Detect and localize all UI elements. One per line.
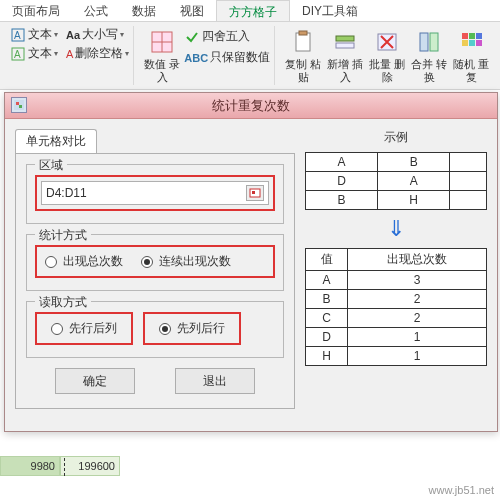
text-icon: A [10, 46, 26, 62]
example-input-table: AB DA BH [305, 152, 487, 210]
svg-rect-13 [430, 33, 438, 51]
sheet-row: 9980 199600 [0, 456, 120, 478]
svg-text:A: A [14, 49, 21, 60]
check-icon [184, 29, 200, 45]
ok-button[interactable]: 确定 [55, 368, 135, 394]
example-title: 示例 [305, 129, 487, 146]
method-legend: 统计方式 [35, 227, 91, 244]
svg-text:A: A [14, 30, 21, 41]
color-grid-icon [457, 28, 485, 56]
read-fieldset: 读取方式 先行后列 先列后行 [26, 301, 284, 358]
radio-total-occurrences[interactable]: 出现总次数 [45, 253, 123, 270]
range-value: D4:D11 [46, 186, 87, 200]
text-btn-1[interactable]: A 文本▾ Aa 大小写▾ [10, 26, 129, 43]
svg-rect-24 [252, 191, 255, 194]
count-duplicates-dialog: 统计重复次数 单元格对比 区域 D4:D11 统计方式 出 [4, 92, 498, 432]
svg-rect-19 [476, 40, 482, 46]
ribbon-body: A 文本▾ Aa 大小写▾ A 文本▾ A 删除空格▾ 数值 录入 四舍五入 A… [0, 22, 500, 90]
delete-icon [373, 28, 401, 56]
ribbon-group-text: A 文本▾ Aa 大小写▾ A 文本▾ A 删除空格▾ [6, 26, 134, 85]
svg-rect-22 [19, 105, 22, 108]
radio-row-first[interactable]: 先行后列 [51, 320, 117, 337]
chevron-down-icon: ▾ [54, 49, 58, 58]
dialog-title: 统计重复次数 [212, 97, 290, 115]
add-insert-btn[interactable]: 新增 插入 [325, 26, 365, 85]
arrow-down-icon: ⇓ [305, 216, 487, 242]
svg-rect-10 [336, 43, 354, 48]
text-btn-2[interactable]: A 文本▾ A 删除空格▾ [10, 45, 129, 62]
ribbon-tab-diy[interactable]: DIY工具箱 [290, 0, 370, 21]
random-btn[interactable]: 随机 重复 [451, 26, 491, 85]
ribbon-tab-formula[interactable]: 公式 [72, 0, 120, 21]
text-icon: A [10, 27, 26, 43]
svg-rect-12 [420, 33, 428, 51]
range-picker-icon[interactable] [246, 185, 264, 201]
round-btn[interactable]: 四舍五入 [184, 28, 270, 45]
svg-rect-8 [299, 31, 307, 35]
svg-rect-18 [469, 40, 475, 46]
selection-marquee [64, 458, 66, 476]
merge-btn[interactable]: 合并 转换 [409, 26, 449, 85]
svg-rect-17 [462, 40, 468, 46]
example-output-table: 值出现总次数 A3 B2 C2 D1 H1 [305, 248, 487, 366]
copy-paste-btn[interactable]: 复制 粘贴 [283, 26, 323, 85]
svg-rect-7 [296, 33, 310, 51]
app-icon [11, 97, 27, 113]
cancel-button[interactable]: 退出 [175, 368, 255, 394]
batch-delete-btn[interactable]: 批量 删除 [367, 26, 407, 85]
region-legend: 区域 [35, 157, 67, 174]
range-input[interactable]: D4:D11 [41, 181, 269, 205]
chevron-down-icon: ▾ [54, 30, 58, 39]
cell-selected[interactable]: 9980 [0, 456, 60, 476]
ribbon-group-edit: 复制 粘贴 新增 插入 批量 删除 合并 转换 随机 重复 [279, 26, 495, 85]
clipboard-icon [289, 28, 317, 56]
ribbon-tab-ffgz[interactable]: 方方格子 [216, 0, 290, 21]
radio-consecutive-occurrences[interactable]: 连续出现次数 [141, 253, 231, 270]
cell[interactable]: 199600 [60, 456, 120, 476]
svg-rect-9 [336, 36, 354, 41]
region-fieldset: 区域 D4:D11 [26, 164, 284, 224]
add-row-icon [331, 28, 359, 56]
radio-col-first[interactable]: 先列后行 [159, 320, 225, 337]
watermark: www.jb51.net [429, 484, 494, 496]
svg-rect-15 [469, 33, 475, 39]
svg-rect-21 [16, 102, 19, 105]
ribbon-group-mid: 数值 录入 四舍五入 ABC 只保留数值 [138, 26, 275, 85]
chevron-down-icon: ▾ [125, 49, 129, 58]
chevron-down-icon: ▾ [120, 30, 124, 39]
grid-icon [148, 28, 176, 56]
svg-rect-14 [462, 33, 468, 39]
tab-cell-compare[interactable]: 单元格对比 [15, 129, 97, 153]
method-fieldset: 统计方式 出现总次数 连续出现次数 [26, 234, 284, 291]
ribbon-tab-layout[interactable]: 页面布局 [0, 0, 72, 21]
ribbon-tabs: 页面布局 公式 数据 视图 方方格子 DIY工具箱 [0, 0, 500, 22]
dialog-titlebar[interactable]: 统计重复次数 [5, 93, 497, 119]
svg-rect-16 [476, 33, 482, 39]
count-input-btn[interactable]: 数值 录入 [142, 26, 182, 85]
read-legend: 读取方式 [35, 294, 91, 311]
ribbon-tab-view[interactable]: 视图 [168, 0, 216, 21]
keep-numeric-btn[interactable]: ABC 只保留数值 [184, 49, 270, 66]
ribbon-tab-data[interactable]: 数据 [120, 0, 168, 21]
merge-icon [415, 28, 443, 56]
